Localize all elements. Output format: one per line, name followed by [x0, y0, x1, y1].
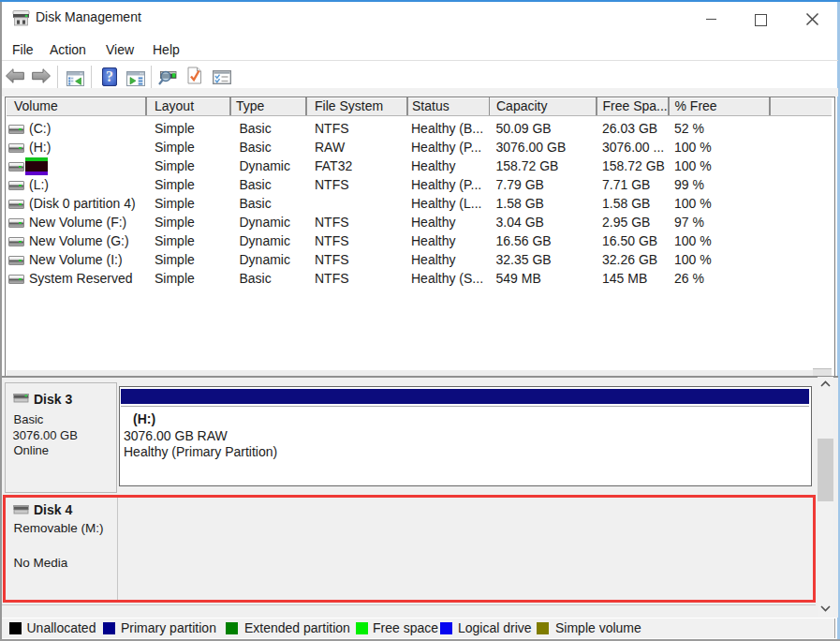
svg-text:?: ? — [106, 68, 113, 84]
